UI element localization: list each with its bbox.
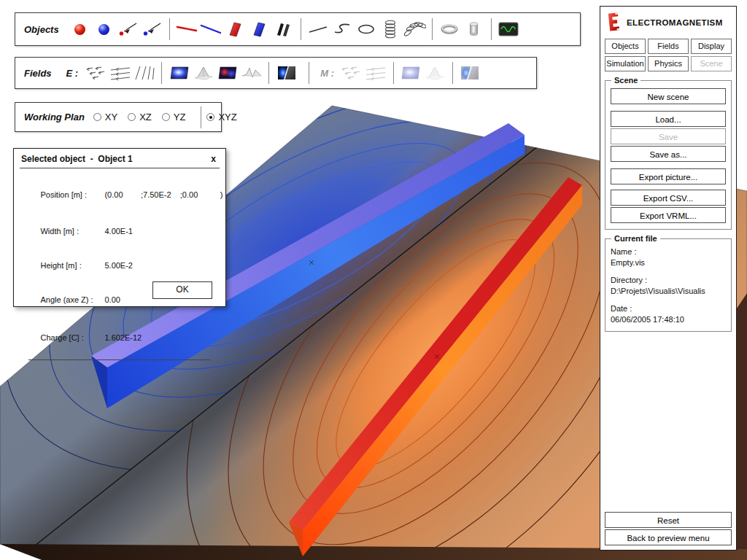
nav-simulation-button[interactable]: Simulation xyxy=(605,56,646,71)
width-row: Width [m] :4.00E-1 xyxy=(23,218,217,244)
working-plan-option-xyz[interactable]: XYZ xyxy=(206,112,236,122)
nav-physics-button[interactable]: Physics xyxy=(648,56,689,71)
m-vector-arrows-icon[interactable] xyxy=(340,63,364,83)
sidebar-nav: Objects Fields Display Simulation Physic… xyxy=(600,36,736,71)
height-row: Height [m] :5.00E-2 xyxy=(23,252,217,279)
file-name-value: Empty.vis xyxy=(611,257,726,268)
export-picture-button[interactable]: Export picture... xyxy=(611,168,726,184)
nav-scene-button: Scene xyxy=(691,56,732,71)
e-field-label: E : xyxy=(61,68,85,79)
cylinder-icon[interactable] xyxy=(462,19,486,39)
blue-sphere-icon[interactable] xyxy=(92,19,116,39)
radio-xz-label: XZ xyxy=(139,112,152,122)
ring-icon[interactable] xyxy=(438,19,462,39)
working-plan-option-xy[interactable]: XY xyxy=(93,112,117,122)
radio-xy-icon[interactable] xyxy=(93,113,101,121)
dialog-divider-bottom xyxy=(28,359,211,360)
working-plan-label: Working Plan xyxy=(15,112,93,122)
nav-display-button[interactable]: Display xyxy=(691,39,732,54)
objects-toolbar: Objects xyxy=(15,12,581,46)
red-moving-charge-icon[interactable] xyxy=(116,19,140,39)
charge-value: 1.602E-12 xyxy=(104,333,142,342)
angle-value: 0.00 xyxy=(104,295,120,304)
file-date-value: 06/06/2005 17:48:10 xyxy=(611,314,726,325)
e-potential-map-icon[interactable] xyxy=(167,63,191,83)
position-row: Position [m] :(0.00 ;7.50E-2 ;0.00 ) xyxy=(23,182,217,208)
file-name-label: Name : xyxy=(611,246,726,257)
curved-solenoid-icon[interactable] xyxy=(403,19,427,39)
radio-xyz-label: XYZ xyxy=(218,112,236,122)
fields-toolbar: Fields E : M : xyxy=(15,57,537,89)
charge-row: Charge [C] :1.602E-12 xyxy=(23,324,217,351)
current-file-title: Current file xyxy=(611,234,660,243)
radio-xy-label: XY xyxy=(105,112,117,122)
reset-button[interactable]: Reset xyxy=(605,512,732,528)
control-sidebar: ELECTROMAGNETISM Objects Fields Display … xyxy=(600,6,737,551)
e-potential-surface-bipolar-icon[interactable] xyxy=(239,63,263,83)
export-csv-button[interactable]: Export CSV... xyxy=(611,190,726,206)
back-to-preview-menu-button[interactable]: Back to preview menu xyxy=(605,529,732,545)
save-as-button[interactable]: Save as... xyxy=(611,146,726,162)
working-plan-bar: Working Plan XY XZ YZ XYZ xyxy=(15,102,222,132)
e-potential-map-bipolar-icon[interactable] xyxy=(215,63,239,83)
straight-wire-icon[interactable] xyxy=(306,19,330,39)
nav-objects-button[interactable]: Objects xyxy=(605,39,646,54)
red-line-charge-icon[interactable] xyxy=(175,19,199,39)
m-potential-map-icon[interactable] xyxy=(399,63,423,83)
capacitor-plates-icon[interactable] xyxy=(271,19,295,39)
blue-moving-charge-icon[interactable] xyxy=(140,19,164,39)
position-value: (0.00 ;7.50E-2 ;0.00 ) xyxy=(104,190,222,199)
radio-yz-icon[interactable] xyxy=(162,113,170,121)
e-field-lines-icon[interactable] xyxy=(132,63,156,83)
bent-wire-icon[interactable] xyxy=(330,19,355,39)
m-potential-surface-icon[interactable] xyxy=(423,63,447,83)
selected-object-dialog: Selected object - Object 1 x Position [m… xyxy=(13,148,226,307)
red-plate-icon[interactable] xyxy=(223,19,247,39)
oscilloscope-icon[interactable] xyxy=(497,19,521,39)
app-title: ELECTROMAGNETISM xyxy=(627,18,723,27)
m-mixed-view-icon[interactable] xyxy=(458,63,482,83)
e-potential-surface-icon[interactable] xyxy=(191,63,215,83)
file-directory-label: Directory : xyxy=(611,275,726,286)
m-field-label: M : xyxy=(314,68,340,79)
charge-label: Charge [C] : xyxy=(40,333,104,342)
app-window: Objects xyxy=(0,0,747,560)
position-label: Position [m] : xyxy=(40,190,104,199)
scene-group: Scene New scene Load... Save Save as... … xyxy=(605,80,732,230)
radio-xyz-icon[interactable] xyxy=(206,113,214,121)
nav-fields-button[interactable]: Fields xyxy=(648,39,689,54)
objects-toolbar-label: Objects xyxy=(15,24,68,35)
red-sphere-icon[interactable] xyxy=(68,19,92,39)
dialog-title: Selected object - Object 1 xyxy=(21,154,209,164)
blue-plate-icon[interactable] xyxy=(247,19,271,39)
angle-label: Angle (axe Z) : xyxy=(40,295,104,304)
solenoid-icon[interactable] xyxy=(379,19,403,39)
working-plan-option-yz[interactable]: YZ xyxy=(162,112,186,122)
working-plan-option-xz[interactable]: XZ xyxy=(128,112,152,122)
e-field-line-arrows-icon[interactable] xyxy=(108,63,132,83)
height-label: Height [m] : xyxy=(40,261,104,270)
width-value: 4.00E-1 xyxy=(104,227,133,236)
e-vector-arrows-icon[interactable] xyxy=(84,63,108,83)
radio-xz-icon[interactable] xyxy=(128,113,136,121)
file-directory-value: D:\Projets\Visualis\Visualis xyxy=(611,286,726,297)
export-vrml-button[interactable]: Export VRML... xyxy=(611,207,726,223)
file-date-label: Date : xyxy=(611,303,726,314)
m-field-line-arrows-icon[interactable] xyxy=(364,63,388,83)
height-value: 5.00E-2 xyxy=(104,261,133,270)
width-label: Width [m] : xyxy=(40,227,104,236)
fields-toolbar-label: Fields xyxy=(15,68,61,79)
current-loop-icon[interactable] xyxy=(355,19,379,39)
save-button: Save xyxy=(611,128,726,144)
new-scene-button[interactable]: New scene xyxy=(611,88,726,104)
blue-line-charge-icon[interactable] xyxy=(199,19,223,39)
e-mixed-view-icon[interactable] xyxy=(274,63,298,83)
scene-group-title: Scene xyxy=(611,76,640,85)
ok-button[interactable]: OK xyxy=(152,281,212,299)
radio-yz-label: YZ xyxy=(174,112,186,122)
load-button[interactable]: Load... xyxy=(611,111,726,127)
app-logo-icon xyxy=(606,12,621,33)
current-file-group: Current file Name : Empty.vis Directory … xyxy=(605,238,732,332)
dialog-close-button[interactable]: x xyxy=(209,154,218,164)
